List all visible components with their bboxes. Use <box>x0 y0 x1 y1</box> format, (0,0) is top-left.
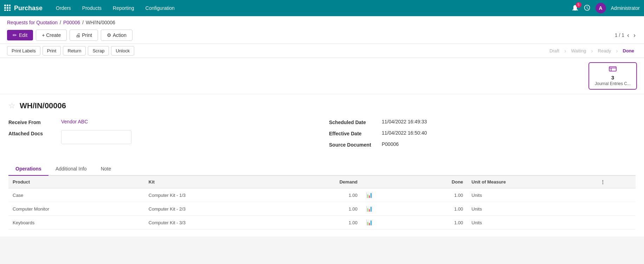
tab-operations[interactable]: Operations <box>8 162 48 176</box>
col-kit: Kit <box>144 176 282 188</box>
tab-note[interactable]: Note <box>94 162 118 176</box>
create-button[interactable]: + Create <box>36 30 67 41</box>
source-document-field: Source Document P00006 <box>329 141 636 148</box>
journal-entries-icon <box>609 66 617 74</box>
source-document-value: P00006 <box>382 141 399 147</box>
effective-date-value: 11/04/2022 16:50:40 <box>382 130 427 136</box>
svg-rect-2 <box>9 5 11 6</box>
scheduled-date-field: Scheduled Date 11/04/2022 16:49:33 <box>329 119 636 125</box>
scheduled-date-label: Scheduled Date <box>329 119 378 125</box>
breadcrumb: Requests for Quotation / P00006 / WH/IN/… <box>0 16 644 27</box>
page-info: 1 / 1 <box>615 32 624 38</box>
breadcrumb-sep2: / <box>82 20 84 25</box>
svg-rect-7 <box>7 9 8 11</box>
record-navigation: 1 / 1 ‹ › <box>615 32 637 39</box>
form-fields: Receive From Vendor ABC Attached Docs Sc… <box>8 119 636 153</box>
admin-name[interactable]: Administrator <box>611 5 640 11</box>
nav-products[interactable]: Products <box>77 4 106 12</box>
receive-from-label: Receive From <box>8 119 58 125</box>
status-arrow-1: › <box>564 48 566 54</box>
app-grid-icon[interactable] <box>4 5 11 12</box>
breadcrumb-part3: WH/IN/00006 <box>86 20 115 25</box>
breadcrumb-part2[interactable]: P00006 <box>63 20 80 25</box>
operations-table: Product Kit Demand Done Unit of Measure … <box>8 176 636 230</box>
cell-product-3: Keyboards <box>8 216 144 230</box>
svg-rect-9 <box>609 67 616 71</box>
journal-entries-button[interactable]: 3 Journal Entries C... <box>588 62 637 90</box>
scheduled-date-value: 11/04/2022 16:49:33 <box>382 119 427 124</box>
cell-chart-1[interactable]: 📊 <box>362 188 408 202</box>
action-bar: ✏ Edit + Create 🖨 Print ⚙ Action 1 / 1 ‹… <box>0 27 644 44</box>
svg-rect-6 <box>4 9 6 11</box>
status-bar: Draft › Waiting › Ready › Done <box>547 47 637 55</box>
notification-count: 5 <box>576 2 581 8</box>
forecast-chart-icon-2[interactable]: 📊 <box>366 206 373 212</box>
return-button[interactable]: Return <box>63 46 86 56</box>
cell-product-2: Computer Monitor <box>8 202 144 216</box>
nav-reporting[interactable]: Reporting <box>108 4 139 12</box>
forecast-chart-icon-1[interactable]: 📊 <box>366 192 373 198</box>
breadcrumb-sep1: / <box>60 20 61 25</box>
form-left-fields: Receive From Vendor ABC Attached Docs <box>8 119 315 153</box>
next-record-button[interactable]: › <box>632 32 637 39</box>
action-button[interactable]: ⚙ Action <box>101 30 132 41</box>
svg-rect-8 <box>9 9 11 11</box>
col-product: Product <box>8 176 144 188</box>
svg-rect-1 <box>7 5 8 6</box>
table-row: Computer Monitor Computer Kit - 2/3 1.00… <box>8 202 636 216</box>
top-navigation: Purchase Orders Products Reporting Confi… <box>0 0 644 16</box>
nav-orders[interactable]: Orders <box>51 4 76 12</box>
source-document-label: Source Document <box>329 141 378 148</box>
form-title: WH/IN/00006 <box>20 101 66 110</box>
edit-button[interactable]: ✏ Edit <box>7 30 33 40</box>
svg-rect-5 <box>9 7 11 9</box>
cell-more-2 <box>596 202 636 216</box>
admin-avatar[interactable]: A <box>596 3 606 13</box>
clock-icon[interactable] <box>584 4 591 12</box>
receive-from-value[interactable]: Vendor ABC <box>61 119 88 124</box>
unlock-button[interactable]: Unlock <box>111 46 134 56</box>
print-icon: 🖨 <box>76 32 80 38</box>
print-button[interactable]: 🖨 Print <box>70 30 98 41</box>
status-draft: Draft <box>547 47 562 55</box>
cell-more-3 <box>596 216 636 230</box>
forecast-chart-icon-3[interactable]: 📊 <box>366 219 373 225</box>
cell-uom-1: Units <box>467 188 596 202</box>
col-demand: Demand <box>282 176 362 188</box>
col-chart <box>362 176 408 188</box>
cell-chart-3[interactable]: 📊 <box>362 216 408 230</box>
effective-date-field: Effective Date 11/04/2022 16:50:40 <box>329 130 636 136</box>
tab-additional-info[interactable]: Additional Info <box>48 162 94 176</box>
app-name: Purchase <box>14 5 43 12</box>
form-right-fields: Scheduled Date 11/04/2022 16:49:33 Effec… <box>329 119 636 153</box>
svg-rect-0 <box>4 5 6 6</box>
sub-action-bar: Print Labels Print Return Scrap Unlock D… <box>0 44 644 58</box>
favorite-star-icon[interactable]: ☆ <box>8 101 15 110</box>
smart-buttons-row: 3 Journal Entries C... <box>0 58 644 94</box>
table-row: Case Computer Kit - 1/3 1.00 📊 1.00 Unit… <box>8 188 636 202</box>
scrap-button[interactable]: Scrap <box>88 46 109 56</box>
create-button-label: + Create <box>42 32 61 38</box>
status-done: Done <box>620 47 637 55</box>
status-ready: Ready <box>595 47 614 55</box>
main-content: 3 Journal Entries C... ☆ WH/IN/00006 Rec… <box>0 58 644 237</box>
cell-done-3: 1.00 <box>407 216 467 230</box>
status-arrow-3: › <box>616 48 618 54</box>
cell-demand-3: 1.00 <box>282 216 362 230</box>
cell-more-1 <box>596 188 636 202</box>
notification-bell[interactable]: 5 <box>572 4 579 12</box>
cell-chart-2[interactable]: 📊 <box>362 202 408 216</box>
main-nav: Orders Products Reporting Configuration <box>51 4 180 12</box>
attached-docs-field: Attached Docs <box>8 130 315 144</box>
cell-product-1: Case <box>8 188 144 202</box>
breadcrumb-part1[interactable]: Requests for Quotation <box>7 20 58 25</box>
status-arrow-2: › <box>591 48 593 54</box>
cell-uom-2: Units <box>467 202 596 216</box>
nav-configuration[interactable]: Configuration <box>141 4 180 12</box>
table-row: Keyboards Computer Kit - 3/3 1.00 📊 1.00… <box>8 216 636 230</box>
print-sub-button[interactable]: Print <box>43 46 61 56</box>
form-title-row: ☆ WH/IN/00006 <box>8 101 636 110</box>
prev-record-button[interactable]: ‹ <box>626 32 631 39</box>
journal-entries-label: Journal Entries C... <box>595 81 631 86</box>
print-labels-button[interactable]: Print Labels <box>7 46 40 56</box>
